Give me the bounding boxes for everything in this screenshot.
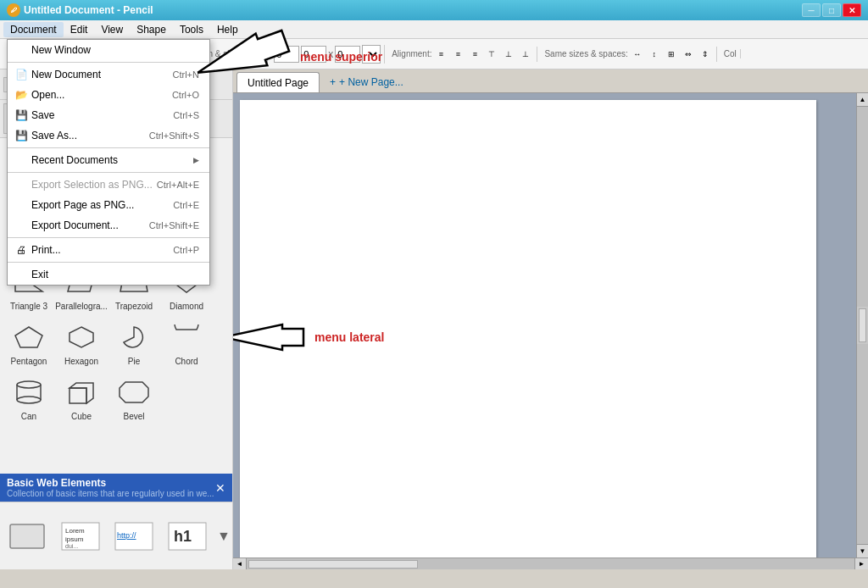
open-icon: 📂 <box>14 88 28 102</box>
menu-item-print[interactable]: 🖨 Print... Ctrl+P <box>8 240 209 260</box>
menu-separator-2 <box>8 147 209 148</box>
menu-item-export-selection[interactable]: Export Selection as PNG... Ctrl+Alt+E <box>8 175 209 195</box>
arrow-superior-annotation: menu superior <box>195 36 382 78</box>
dropdown-overlay: New Window 📄 New Document Ctrl+N 📂 Open.… <box>0 0 868 588</box>
menu-item-recent-documents[interactable]: Recent Documents <box>8 150 209 170</box>
document-dropdown-menu: New Window 📄 New Document Ctrl+N 📂 Open.… <box>7 39 210 286</box>
menu-item-export-document[interactable]: Export Document... Ctrl+Shift+E <box>8 215 209 236</box>
menu-item-open[interactable]: 📂 Open... Ctrl+O <box>8 85 209 105</box>
menu-separator-5 <box>8 262 209 263</box>
menu-item-export-page[interactable]: Export Page as PNG... Ctrl+E <box>8 195 209 215</box>
save-as-icon: 💾 <box>14 129 28 142</box>
menu-item-new-window[interactable]: New Window <box>8 40 209 60</box>
menu-item-save-as[interactable]: 💾 Save As... Ctrl+Shift+S <box>8 125 209 146</box>
menu-separator-4 <box>8 237 209 238</box>
new-document-icon: 📄 <box>14 68 28 81</box>
menu-separator-3 <box>8 172 209 173</box>
menu-separator-1 <box>8 62 209 63</box>
arrow-superior-text: menu superior <box>300 50 382 64</box>
save-icon: 💾 <box>14 108 28 122</box>
menu-item-exit[interactable]: Exit <box>8 264 209 285</box>
menu-item-save[interactable]: 💾 Save Ctrl+S <box>8 105 209 125</box>
menu-item-new-document[interactable]: 📄 New Document Ctrl+N <box>8 64 209 85</box>
print-icon: 🖨 <box>14 243 28 257</box>
